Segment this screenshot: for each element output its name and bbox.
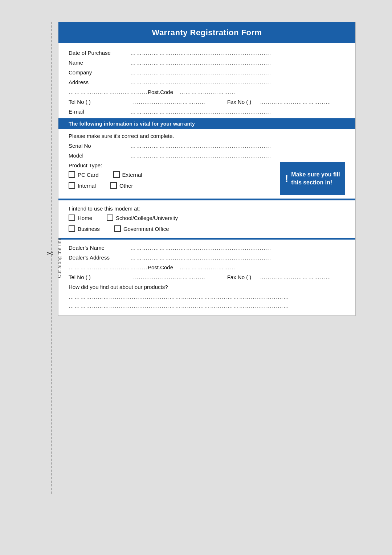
dealer-tel-dots: ....................………………	[133, 274, 219, 280]
checkbox-label-other: Other	[119, 183, 133, 189]
serial-no-label: Serial No	[69, 143, 130, 149]
intend-section: I intend to use this modem at: Home Scho…	[69, 205, 345, 234]
tel-dots: ....................………………	[133, 99, 219, 105]
serial-no-dots: ………………….....…………........................…	[130, 143, 345, 149]
dealer-fax-dots: ……………....………………	[260, 274, 345, 280]
checkbox-school[interactable]: School/College/University	[107, 215, 178, 221]
divider-blue2	[58, 238, 355, 240]
dealer-name-dots: ………………….....…………........................…	[130, 245, 345, 251]
dealer-address-dots: ………………….....…………........................…	[130, 254, 345, 261]
make-sure-box: ! Make sure you fill this section in!	[280, 162, 345, 195]
checkbox-home[interactable]: Home	[69, 215, 92, 221]
divider-blue	[58, 199, 355, 200]
form-body: Date of Purchase ………………….....………….......…	[58, 43, 355, 315]
company-row: Company ………………….....…………................…	[69, 69, 345, 76]
date-of-purchase-dots: ………………….....…………........................…	[130, 50, 345, 56]
cut-label: Cut along the line	[57, 237, 62, 278]
dealer-postcode-row: …………………….....……….......... Post Code …………	[69, 264, 345, 270]
postcode-fill-dots: …………….....………	[180, 89, 345, 95]
checkbox-box-internal[interactable]	[69, 182, 75, 189]
fax-label: Fax No ( )	[227, 99, 252, 105]
scissors-icon: ✂	[46, 248, 53, 258]
dealer-fax-label: Fax No ( )	[227, 274, 252, 280]
date-of-purchase-label: Date of Purchase	[69, 50, 130, 56]
date-of-purchase-row: Date of Purchase ………………….....………….......…	[69, 50, 345, 56]
checkbox-box-pc-card[interactable]	[69, 171, 75, 178]
checkbox-pc-card[interactable]: PC Card	[69, 171, 99, 178]
checkbox-box-business[interactable]	[69, 225, 75, 232]
checkbox-label-external: External	[122, 172, 142, 178]
company-label: Company	[69, 69, 130, 76]
answer-dots-1: ………………….............................……………	[69, 294, 345, 300]
postcode-left-dots: …………………….....………..........	[69, 89, 141, 95]
model-dots: ………………….....…………........................…	[130, 152, 345, 159]
checkbox-label-government: Government Office	[123, 226, 169, 232]
product-type-left: Product Type: PC Card External	[69, 162, 280, 193]
section-banner: The following information is vital for y…	[58, 118, 355, 129]
cut-line	[51, 22, 52, 494]
postcode-row: …………………….....……….......... Post Code …………	[69, 89, 345, 95]
dealer-postcode-label: Post Code	[148, 264, 173, 270]
checkbox-label-internal: Internal	[78, 183, 96, 189]
answer-dots-2: ………………….............................……………	[69, 303, 345, 309]
section-note: Please make sure it's correct and comple…	[69, 133, 345, 139]
name-label: Name	[69, 60, 130, 66]
dealer-tel-label: Tel No ( )	[69, 274, 130, 280]
form-container: Warranty Registration Form Date of Purch…	[58, 22, 356, 316]
intend-checkbox-row2: Business Government Office	[69, 225, 345, 234]
checkbox-box-home[interactable]	[69, 215, 75, 221]
checkbox-business[interactable]: Business	[69, 225, 100, 232]
tel-fax-row: Tel No ( ) ....................……………… Fa…	[69, 99, 345, 105]
postcode-label: Post Code	[148, 89, 173, 95]
product-type-checkbox-row2: Internal Other	[69, 182, 280, 191]
dealer-postcode-fill-dots: …………….....………	[180, 264, 345, 270]
checkbox-label-home: Home	[78, 215, 92, 221]
dealer-tel-fax-row: Tel No ( ) ....................……………… Fa…	[69, 274, 345, 280]
dealer-address-row: Dealer's Address ………………….....………….......…	[69, 254, 345, 261]
checkbox-box-government[interactable]	[114, 225, 121, 232]
checkbox-label-pc-card: PC Card	[78, 172, 99, 178]
name-row: Name ………………….....…………...................…	[69, 60, 345, 66]
answer-line-2: ………………….............................……………	[69, 303, 345, 309]
checkbox-label-business: Business	[78, 226, 100, 232]
product-type-section: Product Type: PC Card External	[69, 162, 345, 195]
model-label: Model	[69, 152, 130, 159]
intend-label: I intend to use this modem at:	[69, 205, 345, 212]
form-title: Warranty Registration Form	[58, 22, 355, 43]
email-row: E-mail ………………….....………….................…	[69, 109, 345, 115]
fax-dots: ……………....………………	[260, 99, 345, 105]
address-label: Address	[69, 79, 130, 85]
name-dots: ………………….....…………........................…	[130, 60, 345, 66]
how-find-out-label: How did you find out about our products?	[69, 284, 168, 290]
checkbox-box-other[interactable]	[110, 182, 117, 189]
exclamation-icon: !	[285, 173, 288, 184]
address-dots: ………………….....…………........................…	[130, 79, 345, 85]
checkbox-government[interactable]: Government Office	[114, 225, 169, 232]
dealer-address-label: Dealer's Address	[69, 254, 130, 261]
checkbox-box-external[interactable]	[113, 171, 120, 178]
serial-no-row: Serial No ………………….....…………..............…	[69, 143, 345, 149]
checkbox-box-school[interactable]	[107, 215, 113, 221]
intend-checkbox-row1: Home School/College/University	[69, 215, 345, 223]
dealer-name-row: Dealer's Name ………………….....…………..........…	[69, 245, 345, 251]
email-dots: ………………….....…………........................…	[130, 109, 345, 115]
product-type-label: Product Type:	[69, 162, 280, 168]
company-dots: ………………….....…………........................…	[130, 69, 345, 76]
answer-line-1: ………………….............................……………	[69, 294, 345, 300]
dealer-postcode-left-dots: …………………….....………..........	[69, 264, 141, 270]
address-row: Address ………………….....…………................…	[69, 79, 345, 85]
checkbox-label-school: School/College/University	[116, 215, 178, 221]
make-sure-text: Make sure you fill this section in!	[291, 171, 340, 187]
dealer-name-label: Dealer's Name	[69, 245, 130, 251]
model-row: Model ………………….....…………..................…	[69, 152, 345, 159]
how-find-out-row: How did you find out about our products?	[69, 284, 345, 290]
email-label: E-mail	[69, 109, 130, 115]
tel-label: Tel No ( )	[69, 99, 130, 105]
product-type-checkbox-row1: PC Card External	[69, 171, 280, 180]
checkbox-other[interactable]: Other	[110, 182, 133, 189]
cut-line-area: Cut along the line ✂	[36, 22, 58, 494]
checkbox-internal[interactable]: Internal	[69, 182, 96, 189]
checkbox-external[interactable]: External	[113, 171, 142, 178]
